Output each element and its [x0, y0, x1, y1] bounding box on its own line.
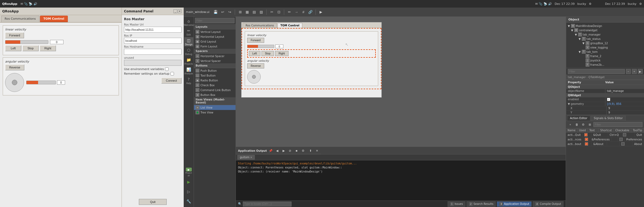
tree-frame2b[interactable]: F frame2b... [567, 63, 643, 67]
sidebar-design-btn[interactable]: ◫ Design [184, 37, 193, 46]
toolbar-layout-btn[interactable]: ⊞ [237, 9, 243, 15]
toolbar-vbox-btn[interactable]: ▤ [251, 9, 257, 15]
sidebar-debug-btn[interactable]: ⬡ Debug [184, 47, 193, 56]
output-next-btn[interactable]: ▶ [281, 148, 286, 153]
tree-frame2[interactable]: F frame_2 [567, 54, 643, 58]
item-views-group-header[interactable]: Item Views (Model-Based) [194, 97, 236, 105]
x-row[interactable]: X 9 [566, 106, 644, 111]
output-prev-btn[interactable]: ◀ [274, 148, 280, 153]
form-joystick[interactable] [247, 70, 261, 84]
ros-hostname-input[interactable] [124, 49, 182, 55]
guitom-tab-close[interactable]: ✕ [250, 156, 252, 159]
toolbar-adjust-btn[interactable]: ⊡ [276, 9, 282, 15]
panel-close-btn[interactable]: ✕ [178, 9, 182, 13]
tree-tab-manager[interactable]: ▼ T tab_manager [567, 32, 643, 37]
inspector-filter-minus[interactable]: − [626, 69, 631, 74]
tree-groupbox12[interactable]: ▼ G groupBox_12 [567, 41, 643, 45]
left-button[interactable]: Left [5, 45, 21, 51]
output-expand-btn[interactable]: ⬆ [308, 148, 313, 153]
grid-layout-item[interactable]: ▦ Grid Layout [194, 39, 236, 44]
sidebar-edit-btn[interactable]: ✏ Edit [184, 27, 193, 37]
cmd-link-item[interactable]: ▷ Command Link Button [194, 88, 236, 92]
buttons-group-header[interactable]: Buttons [194, 63, 236, 68]
form-tab-tom[interactable]: TOM Control [277, 23, 302, 28]
form-reverse-btn[interactable]: Reverse [247, 63, 264, 68]
tab-tom-control[interactable]: TOM Control [40, 16, 68, 22]
toolbar-buddy-btn[interactable]: 🔗 [307, 9, 313, 15]
toolbar-undo-btn[interactable]: ↩ [220, 9, 226, 15]
geometry-row[interactable]: ▼ geometry [(9,9), 856 [566, 102, 644, 106]
check-box-item[interactable]: ☑ Check Box [194, 83, 236, 88]
panel-minimize-btn[interactable]: _ [173, 9, 177, 13]
button-box-item[interactable]: ⊞ Button Box [194, 92, 236, 97]
ros-ip-input[interactable] [124, 38, 182, 44]
form-forward-btn[interactable]: Forward [247, 38, 264, 43]
list-view-item[interactable]: ≡ List View [194, 105, 236, 110]
sidebar-projects-btn[interactable]: 📁 Projects [184, 57, 193, 66]
action-add-btn[interactable]: + [568, 122, 573, 127]
output-stop-btn[interactable]: ■ [294, 148, 299, 153]
inspector-filter-plus[interactable]: + [632, 69, 637, 74]
form-left-btn[interactable]: Left [249, 51, 260, 56]
joystick[interactable] [5, 73, 24, 92]
status-search-input[interactable] [243, 202, 291, 206]
ros-master-url-input[interactable] [124, 27, 182, 33]
sidebar-analyze-btn[interactable]: 📊 Analyze [184, 66, 193, 75]
toolbar-hbox-btn[interactable]: ▦ [244, 9, 250, 15]
form-linear-slider[interactable] [247, 45, 274, 48]
output-pin-btn[interactable]: 📌 [268, 148, 273, 153]
action-delete-btn[interactable]: 🗑 [574, 122, 579, 127]
radio-button-item[interactable]: ◉ Radio Button [194, 78, 236, 83]
sidebar-tool-btn[interactable]: 🔧 [184, 197, 193, 206]
tree-view-logging[interactable]: V view_logging [567, 45, 643, 50]
signal-slot-tab[interactable]: Signals & Slots Editor [591, 116, 626, 121]
tree-mainwindow[interactable]: ▼ W MainWindowDesign [567, 24, 643, 28]
linear-slider[interactable] [5, 40, 48, 44]
toolbar-save-btn[interactable]: 💾 [213, 9, 219, 15]
stop-button[interactable]: Stop [22, 45, 39, 51]
toolbar-redo-btn[interactable]: ↪ [227, 9, 233, 15]
enabled-check[interactable]: ✓ [607, 98, 610, 101]
y-row[interactable]: Y 9 [566, 111, 644, 115]
inspector-filter-action[interactable]: ▶ [638, 69, 643, 74]
angular-slider-1[interactable] [26, 81, 56, 84]
tree-view-item[interactable]: 🌲 Tree View [194, 110, 236, 115]
tree-joystick[interactable]: J joystick [567, 58, 643, 63]
guitom-output-tab[interactable]: guitom ✕ [237, 155, 255, 160]
sidebar-project-all-btn[interactable]: ▶ Project all [184, 168, 193, 177]
toolbar-preview-btn[interactable]: ▶ [318, 9, 324, 15]
toolbar-form-btn[interactable]: ▧ [258, 9, 264, 15]
output-clear-btn[interactable]: ⊘ [287, 148, 293, 153]
spacers-group-header[interactable]: Spacers [194, 49, 236, 54]
toolbar-signal-btn[interactable]: → [293, 9, 299, 15]
output-close-btn[interactable]: ✕ [314, 148, 320, 153]
quit-button[interactable]: Quit [139, 199, 166, 205]
layouts-group-header[interactable]: Layouts [194, 25, 236, 29]
sidebar-help-btn[interactable]: ? Help [184, 76, 193, 85]
gear-icon-right[interactable]: ⚙ [639, 2, 642, 6]
status-tab-search[interactable]: 2 Search Results [467, 201, 496, 207]
toolbar-edit-btn[interactable]: ✏ [286, 9, 292, 15]
status-tab-output[interactable]: 3 Application Output [497, 201, 532, 207]
action-row-quit[interactable]: acti...Quit ✓ &Quit Ctrl+Q Quit [566, 133, 644, 137]
action-row-prefs[interactable]: acti...nces ✓ &Preferences Preferences [566, 137, 644, 142]
sidebar-run-btn[interactable]: ▶ [184, 177, 193, 187]
tree-tab-tom[interactable]: ▼ T tab_tom [567, 50, 643, 54]
widget-filter-input[interactable] [195, 18, 234, 23]
tool-button-item[interactable]: ▢ Tool Button [194, 73, 236, 78]
tree-centralwidget[interactable]: ▼ W centralwidget [567, 28, 643, 32]
action-view-btn[interactable]: ⊞ [587, 122, 592, 127]
use-env-checkbox[interactable] [165, 67, 169, 71]
remember-checkbox[interactable] [170, 72, 174, 75]
horizontal-layout-item[interactable]: ▥ Horizontal Layout [194, 34, 236, 39]
tab-ros-communications[interactable]: Ros Communications [1, 16, 39, 22]
push-button-item[interactable]: □ Push Button [194, 68, 236, 73]
toolbar-break-btn[interactable]: ✂ [269, 9, 275, 15]
action-filter-input[interactable] [593, 122, 642, 127]
forward-button[interactable]: Forward [5, 32, 24, 38]
connect-button[interactable]: Connect [161, 78, 182, 84]
status-tab-issues[interactable]: 1 Issues [448, 201, 465, 207]
enabled-row[interactable]: enabled ✓ [566, 97, 644, 102]
sidebar-run-debug-btn[interactable]: ▷ [184, 187, 193, 196]
action-row-about[interactable]: acti...bout ✓ &About About [566, 142, 644, 146]
